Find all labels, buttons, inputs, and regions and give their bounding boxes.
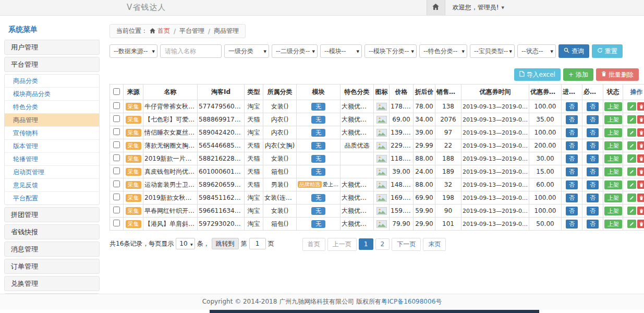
import-pick-toggle[interactable]: 否	[566, 141, 578, 150]
sidebar-item-feature-category[interactable]: 特色分类	[5, 101, 99, 114]
edit-button[interactable]	[627, 128, 636, 137]
filter-select-module-sub[interactable]: --模块下分类--▼	[364, 44, 417, 58]
status-toggle[interactable]: 上架	[604, 167, 622, 176]
import-pick-toggle[interactable]: 否	[566, 128, 578, 137]
must-buy-toggle[interactable]: 否	[587, 154, 599, 163]
import-pick-toggle[interactable]: 否	[566, 167, 578, 176]
edit-button[interactable]	[627, 141, 636, 150]
delete-button[interactable]	[637, 128, 644, 137]
edit-button[interactable]	[627, 194, 636, 202]
status-toggle[interactable]: 上架	[604, 194, 622, 202]
search-button[interactable]: 查询	[558, 44, 589, 58]
filter-select-data-source[interactable]: --数据来源--▼	[110, 44, 157, 58]
delete-button[interactable]	[637, 154, 644, 163]
delete-button[interactable]	[637, 102, 644, 111]
icp-link[interactable]: 粤ICP备16098006号	[381, 298, 442, 305]
edit-button[interactable]	[627, 220, 636, 228]
filter-select-module[interactable]: --模块--▼	[320, 44, 362, 58]
edit-button[interactable]	[627, 154, 636, 163]
row-checkbox[interactable]	[113, 220, 120, 226]
must-buy-toggle[interactable]: 否	[587, 115, 599, 124]
import-pick-toggle[interactable]: 否	[566, 194, 578, 202]
must-buy-toggle[interactable]: 否	[587, 180, 599, 189]
jump-page-input[interactable]	[249, 238, 266, 249]
status-toggle[interactable]: 上架	[604, 115, 622, 124]
filter-select-category-level1[interactable]: 一级分类▼	[224, 44, 269, 58]
must-buy-toggle[interactable]: 否	[587, 194, 599, 202]
sidebar-item-feedback[interactable]: 意见反馈	[5, 179, 99, 192]
delete-button[interactable]	[637, 194, 644, 202]
delete-button[interactable]	[637, 115, 644, 124]
edit-button[interactable]	[627, 167, 636, 176]
delete-button[interactable]	[637, 220, 644, 228]
must-buy-toggle[interactable]: 否	[587, 128, 599, 137]
import-pick-toggle[interactable]: 否	[566, 115, 578, 124]
status-toggle[interactable]: 上架	[604, 141, 622, 150]
sidebar-item-groupbuy-mgmt[interactable]: 拼团管理	[4, 207, 100, 222]
must-buy-toggle[interactable]: 否	[587, 207, 599, 215]
breadcrumb-home-link[interactable]: 首页	[157, 27, 170, 35]
row-checkbox[interactable]	[113, 128, 120, 135]
row-checkbox[interactable]	[113, 167, 120, 174]
row-checkbox[interactable]	[113, 180, 120, 187]
filter-select-status[interactable]: --状态--▼	[517, 44, 556, 58]
sidebar-item-promo-material[interactable]: 宣传物料	[5, 127, 99, 140]
page-button-上一页[interactable]: 上一页	[327, 238, 357, 251]
edit-button[interactable]	[627, 102, 636, 111]
page-button-2[interactable]: 2	[375, 238, 390, 250]
sidebar-item-platform-config[interactable]: 平台配置	[5, 192, 99, 204]
home-button[interactable]	[427, 0, 445, 15]
sidebar-item-order-mgmt[interactable]: 订单管理	[4, 259, 100, 274]
user-menu[interactable]: 欢迎您，管理员! ▼	[445, 0, 509, 15]
sidebar-item-exchange-mgmt[interactable]: 兑换管理	[4, 276, 100, 291]
edit-button[interactable]	[627, 207, 636, 215]
select-all-checkbox[interactable]	[113, 88, 120, 95]
sidebar-item-goods-category[interactable]: 商品分类	[5, 75, 99, 88]
import-excel-button[interactable]: 导入excel	[514, 68, 561, 81]
sidebar-item-splash-mgmt[interactable]: 启动页管理	[5, 166, 99, 179]
import-pick-toggle[interactable]: 否	[566, 207, 578, 215]
import-pick-toggle[interactable]: 否	[566, 154, 578, 163]
page-button-末页[interactable]: 末页	[423, 238, 446, 251]
jump-button[interactable]: 跳转到	[212, 238, 239, 249]
sidebar-item-carousel-mgmt[interactable]: 轮播管理	[5, 153, 99, 166]
delete-button[interactable]	[637, 207, 644, 215]
batch-delete-button[interactable]: 批量删除	[596, 68, 639, 81]
sidebar-item-module-goods-category[interactable]: 模块商品分类	[5, 88, 99, 101]
filter-select-item-type[interactable]: --宝贝类型--▼	[470, 44, 515, 58]
must-buy-toggle[interactable]: 否	[587, 141, 599, 150]
status-toggle[interactable]: 上架	[604, 154, 622, 163]
filter-select-category-level2[interactable]: --二级分类--▼	[272, 44, 318, 58]
filter-select-feature-category[interactable]: --特色分类--▼	[419, 44, 467, 58]
reset-button[interactable]: 重置	[592, 44, 623, 58]
must-buy-toggle[interactable]: 否	[587, 167, 599, 176]
add-button[interactable]: + 添加	[563, 68, 593, 81]
sidebar-item-saving-express[interactable]: 省钱快报	[4, 224, 100, 239]
import-pick-toggle[interactable]: 否	[566, 180, 578, 189]
sidebar-item-message-mgmt[interactable]: 消息管理	[4, 242, 100, 257]
status-toggle[interactable]: 上架	[604, 180, 622, 189]
row-checkbox[interactable]	[113, 194, 120, 200]
page-button-下一页[interactable]: 下一页	[392, 238, 421, 251]
status-toggle[interactable]: 上架	[604, 102, 622, 111]
row-checkbox[interactable]	[113, 102, 120, 109]
page-button-1[interactable]: 1	[359, 238, 373, 250]
status-toggle[interactable]: 上架	[604, 207, 622, 215]
sidebar-item-platform-mgmt[interactable]: 平台管理	[4, 57, 100, 72]
delete-button[interactable]	[637, 141, 644, 150]
edit-button[interactable]	[627, 180, 636, 189]
page-button-首页[interactable]: 首页	[302, 238, 325, 251]
row-checkbox[interactable]	[113, 141, 120, 148]
row-checkbox[interactable]	[113, 154, 120, 161]
name-search-input[interactable]	[160, 44, 222, 58]
sidebar-item-user-mgmt[interactable]: 用户管理	[4, 40, 100, 55]
must-buy-toggle[interactable]: 否	[587, 102, 599, 111]
edit-button[interactable]	[627, 115, 636, 124]
import-pick-toggle[interactable]: 否	[566, 220, 578, 228]
sidebar-item-goods-mgmt[interactable]: 商品管理	[5, 114, 99, 127]
row-checkbox[interactable]	[113, 207, 120, 213]
status-toggle[interactable]: 上架	[604, 128, 622, 137]
delete-button[interactable]	[637, 180, 644, 189]
status-toggle[interactable]: 上架	[604, 220, 622, 228]
must-buy-toggle[interactable]: 否	[587, 220, 599, 228]
